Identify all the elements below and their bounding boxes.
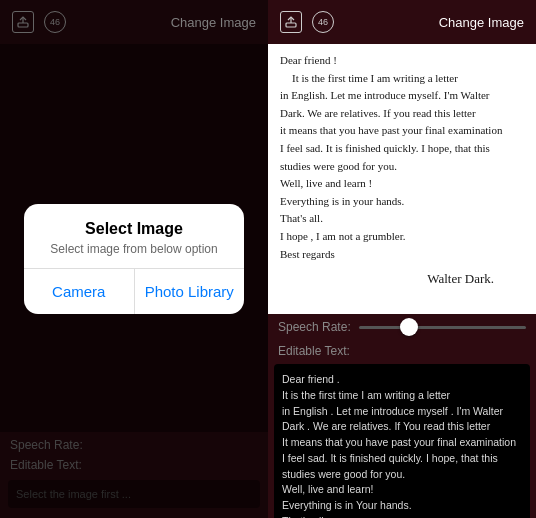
speech-rate-row: Speech Rate: (268, 314, 536, 340)
right-change-image-button[interactable]: Change Image (439, 15, 524, 30)
modal-overlay: Select Image Select image from below opt… (0, 0, 268, 518)
right-share-icon[interactable]: 46 (312, 11, 334, 33)
left-panel: 46 Change Image Speech Rate: Editable Te… (0, 0, 268, 518)
right-bottom: Speech Rate: Editable Text: Dear friend … (268, 314, 536, 518)
right-editable-text-label: Editable Text: (268, 340, 536, 362)
select-image-modal: Select Image Select image from below opt… (24, 204, 244, 314)
handwritten-letter: Dear friend ! It is the first time I am … (268, 44, 536, 298)
modal-subtitle: Select image from below option (24, 242, 244, 268)
modal-title: Select Image (24, 204, 244, 242)
right-header: 46 Change Image (268, 0, 536, 44)
camera-button[interactable]: Camera (24, 269, 134, 314)
right-header-icons: 46 (280, 11, 334, 33)
speech-rate-slider-thumb[interactable] (400, 318, 418, 336)
right-upload-icon[interactable] (280, 11, 302, 33)
svg-rect-2 (286, 23, 296, 27)
right-extracted-text: Dear friend . It is the first time I am … (282, 372, 522, 518)
speech-rate-slider-track[interactable] (359, 326, 526, 329)
right-speech-rate-label: Speech Rate: (278, 320, 351, 334)
right-image-area: Dear friend ! It is the first time I am … (268, 44, 536, 314)
photo-library-button[interactable]: Photo Library (135, 269, 245, 314)
modal-buttons: Camera Photo Library (24, 269, 244, 314)
right-panel: 46 Change Image Dear friend ! It is the … (268, 0, 536, 518)
right-text-box[interactable]: Dear friend . It is the first time I am … (274, 364, 530, 518)
